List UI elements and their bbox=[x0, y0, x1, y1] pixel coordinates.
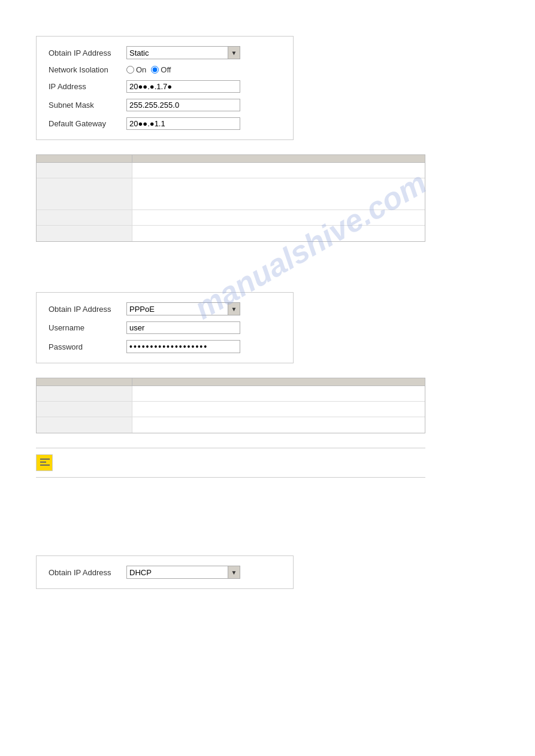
pppoe-obtain-ip-row: Obtain IP Address Static DHCP PPPoE ▼ bbox=[49, 302, 281, 315]
default-gateway-control bbox=[126, 117, 281, 130]
dhcp-obtain-ip-label: Obtain IP Address bbox=[49, 568, 126, 577]
table-cell-col2 bbox=[132, 386, 425, 401]
table-row bbox=[37, 226, 425, 241]
table-cell-col1 bbox=[37, 226, 132, 241]
default-gateway-input[interactable] bbox=[126, 117, 240, 130]
ip-address-control bbox=[126, 80, 281, 93]
table-cell-col2 bbox=[132, 163, 425, 178]
dhcp-obtain-ip-select-wrapper[interactable]: Static DHCP PPPoE ▼ bbox=[126, 566, 240, 579]
bottom-divider bbox=[36, 477, 425, 478]
pppoe-obtain-ip-label: Obtain IP Address bbox=[49, 305, 126, 314]
obtain-ip-select-arrow[interactable]: ▼ bbox=[228, 47, 240, 59]
pppoe-table bbox=[36, 378, 425, 433]
subnet-mask-input[interactable] bbox=[126, 99, 240, 111]
username-input[interactable] bbox=[126, 321, 240, 334]
table-row bbox=[37, 163, 425, 178]
dhcp-obtain-ip-select[interactable]: Static DHCP PPPoE bbox=[127, 567, 228, 578]
password-row: Password bbox=[49, 340, 281, 353]
default-gateway-label: Default Gateway bbox=[49, 119, 126, 128]
network-isolation-row: Network Isolation On Off bbox=[49, 65, 281, 74]
password-label: Password bbox=[49, 342, 126, 351]
table-cell-col2 bbox=[132, 417, 425, 433]
pppoe-obtain-ip-control: Static DHCP PPPoE ▼ bbox=[126, 302, 281, 315]
dhcp-form-section: Obtain IP Address Static DHCP PPPoE ▼ bbox=[36, 555, 294, 589]
network-isolation-radio-group: On Off bbox=[126, 65, 281, 74]
network-isolation-control: On Off bbox=[126, 65, 281, 74]
pppoe-select-arrow[interactable]: ▼ bbox=[228, 303, 240, 315]
table-cell-col2 bbox=[132, 226, 425, 241]
subnet-mask-label: Subnet Mask bbox=[49, 101, 126, 110]
table-cell-col1 bbox=[37, 402, 132, 417]
static-table bbox=[36, 154, 425, 242]
table-cell-col2 bbox=[132, 402, 425, 417]
ip-address-input[interactable] bbox=[126, 80, 240, 93]
ip-address-row: IP Address bbox=[49, 80, 281, 93]
username-label: Username bbox=[49, 323, 126, 332]
obtain-ip-label: Obtain IP Address bbox=[49, 48, 126, 57]
password-control bbox=[126, 340, 281, 353]
note-line-3 bbox=[40, 464, 50, 466]
top-divider bbox=[36, 448, 425, 448]
table-cell-col1 bbox=[37, 386, 132, 401]
radio-off-text: Off bbox=[161, 65, 171, 74]
table-row bbox=[37, 402, 425, 417]
table-row bbox=[37, 386, 425, 402]
pppoe-obtain-ip-select-wrapper[interactable]: Static DHCP PPPoE ▼ bbox=[126, 302, 240, 315]
obtain-ip-select[interactable]: Static DHCP PPPoE bbox=[127, 47, 228, 59]
radio-on[interactable] bbox=[126, 66, 134, 74]
dhcp-select-arrow[interactable]: ▼ bbox=[228, 566, 240, 578]
subnet-mask-row: Subnet Mask bbox=[49, 99, 281, 111]
dhcp-obtain-ip-control: Static DHCP PPPoE ▼ bbox=[126, 566, 281, 579]
default-gateway-row: Default Gateway bbox=[49, 117, 281, 130]
note-wrapper bbox=[36, 454, 499, 471]
radio-off-label[interactable]: Off bbox=[151, 65, 171, 74]
pppoe-table-header-col2 bbox=[132, 378, 425, 385]
static-table-header bbox=[37, 155, 425, 163]
static-table-header-col1 bbox=[37, 155, 132, 162]
obtain-ip-row: Obtain IP Address Static DHCP PPPoE ▼ bbox=[49, 46, 281, 59]
table-cell-col2 bbox=[132, 210, 425, 225]
pppoe-form-section: Obtain IP Address Static DHCP PPPoE ▼ Us… bbox=[36, 292, 294, 363]
table-row bbox=[37, 417, 425, 433]
pppoe-table-header-col1 bbox=[37, 378, 132, 385]
pppoe-obtain-ip-select[interactable]: Static DHCP PPPoE bbox=[127, 303, 228, 315]
static-table-header-col2 bbox=[132, 155, 425, 162]
note-line-2 bbox=[40, 462, 46, 463]
static-form-section: Obtain IP Address Static DHCP PPPoE ▼ Ne… bbox=[36, 36, 294, 140]
radio-off[interactable] bbox=[151, 66, 159, 74]
subnet-mask-control bbox=[126, 99, 281, 111]
network-isolation-label: Network Isolation bbox=[49, 65, 126, 74]
dhcp-obtain-ip-row: Obtain IP Address Static DHCP PPPoE ▼ bbox=[49, 566, 281, 579]
obtain-ip-select-wrapper[interactable]: Static DHCP PPPoE ▼ bbox=[126, 46, 240, 59]
table-cell-col1 bbox=[37, 210, 132, 225]
username-control bbox=[126, 321, 281, 334]
radio-on-label[interactable]: On bbox=[126, 65, 146, 74]
table-cell-col1 bbox=[37, 417, 132, 433]
table-row bbox=[37, 210, 425, 226]
table-cell-col2 bbox=[132, 178, 425, 210]
username-row: Username bbox=[49, 321, 281, 334]
obtain-ip-control: Static DHCP PPPoE ▼ bbox=[126, 46, 281, 59]
ip-address-label: IP Address bbox=[49, 82, 126, 91]
note-icon-lines bbox=[40, 459, 50, 467]
radio-on-text: On bbox=[136, 65, 146, 74]
table-row bbox=[37, 178, 425, 210]
pppoe-table-header bbox=[37, 378, 425, 386]
table-cell-col1 bbox=[37, 163, 132, 178]
note-line-1 bbox=[40, 459, 50, 460]
note-icon bbox=[36, 454, 53, 471]
password-input[interactable] bbox=[126, 340, 240, 353]
table-cell-col1 bbox=[37, 178, 132, 210]
